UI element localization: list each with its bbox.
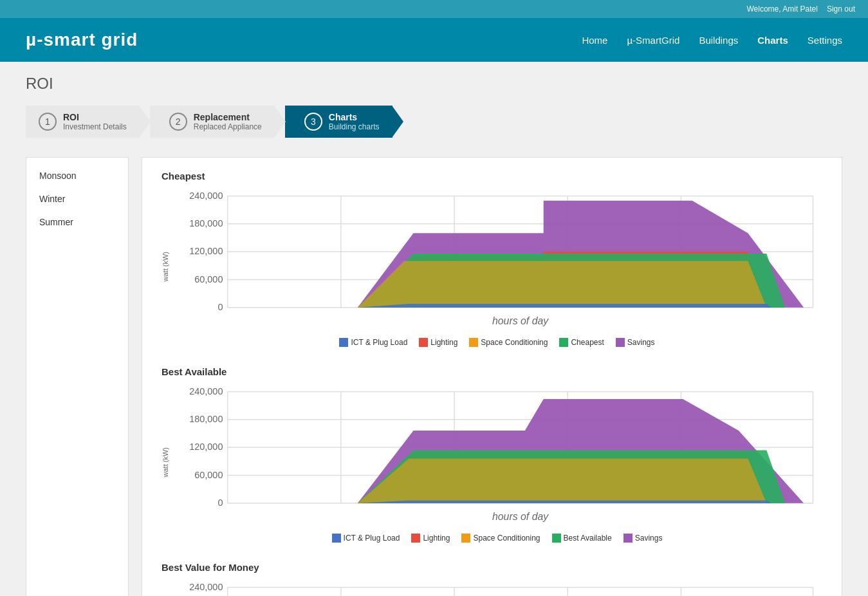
svg-text:60,000: 60,000 — [194, 274, 223, 284]
chart-svg-cheapest: 240,000 180,000 120,000 60,000 0 — [172, 187, 822, 335]
legend-ict-1: ICT & Plug Load — [339, 338, 407, 347]
step-1-subtitle: Investment Details — [63, 122, 127, 131]
step-1-num: 1 — [39, 113, 57, 131]
svg-text:60,000: 60,000 — [194, 470, 223, 480]
svg-text:180,000: 180,000 — [189, 414, 223, 424]
sidebar: Monsoon Winter Summer — [26, 157, 129, 596]
step-1-title: ROI — [63, 112, 127, 122]
content-area: Monsoon Winter Summer Cheapest watt (kW) — [26, 157, 842, 596]
chart-cheapest-title: Cheapest — [162, 171, 822, 182]
header: µ-smart grid Home µ-SmartGrid Buildings … — [0, 18, 868, 62]
sidebar-item-monsoon[interactable]: Monsoon — [26, 164, 128, 187]
legend-cheapest-label: Cheapest — [559, 338, 604, 347]
stepper: 1 ROI Investment Details 2 Replacement R… — [26, 106, 842, 138]
chart-cheapest: Cheapest watt (kW) — [162, 171, 822, 347]
svg-marker-20 — [358, 304, 771, 308]
charts-area: Cheapest watt (kW) — [142, 157, 842, 596]
legend-best-available: ICT & Plug Load Lighting Space Condition… — [172, 534, 822, 543]
svg-text:120,000: 120,000 — [189, 442, 223, 452]
chart-best-value-title: Best Value for Money — [162, 562, 822, 573]
legend-savings-1: Savings — [616, 338, 655, 347]
y-axis-label-1: watt (kW) — [162, 252, 169, 281]
step-2-title: Replacement — [194, 112, 262, 122]
svg-marker-41 — [358, 459, 766, 503]
logo: µ-smart grid — [26, 30, 138, 50]
step-2-num: 2 — [169, 113, 187, 131]
nav-charts[interactable]: Charts — [757, 35, 788, 46]
sidebar-item-winter[interactable]: Winter — [26, 187, 128, 210]
y-axis-label-2: watt (kW) — [162, 447, 169, 477]
legend-space-2: Space Conditioning — [461, 534, 540, 543]
svg-text:hours of day: hours of day — [492, 511, 549, 522]
step-arrow-2 — [274, 106, 286, 138]
svg-text:240,000: 240,000 — [189, 582, 223, 592]
welcome-text: Welcome, Amit Patel — [746, 5, 817, 14]
legend-lighting-2: Lighting — [411, 534, 450, 543]
legend-lighting-1: Lighting — [419, 338, 457, 347]
step-2[interactable]: 2 Replacement Replaced Appliance — [150, 106, 275, 138]
page-title: ROI — [26, 75, 842, 93]
step-2-subtitle: Replaced Appliance — [194, 122, 262, 131]
chart-best-available-title: Best Available — [162, 366, 822, 377]
signout-link[interactable]: Sign out — [827, 5, 855, 14]
svg-text:0: 0 — [217, 498, 223, 508]
legend-space-1: Space Conditioning — [469, 338, 548, 347]
svg-text:0: 0 — [217, 302, 223, 312]
legend-best-available-label: Best Available — [552, 534, 612, 543]
step-3-num: 3 — [304, 113, 322, 131]
step-arrow-3 — [392, 106, 403, 138]
main-nav: Home µ-SmartGrid Buildings Charts Settin… — [582, 35, 842, 46]
legend-ict-2: ICT & Plug Load — [332, 534, 400, 543]
step-3[interactable]: 3 Charts Building charts — [285, 106, 392, 138]
page-content: ROI 1 ROI Investment Details 2 Replaceme… — [0, 62, 868, 596]
svg-text:180,000: 180,000 — [189, 218, 223, 228]
step-arrow-1 — [139, 106, 151, 138]
topbar: Welcome, Amit Patel Sign out — [0, 0, 868, 18]
nav-smartgrid[interactable]: µ-SmartGrid — [627, 35, 679, 46]
svg-text:hours of day: hours of day — [492, 315, 549, 326]
nav-home[interactable]: Home — [582, 35, 607, 46]
svg-text:240,000: 240,000 — [189, 386, 223, 396]
chart-svg-best-value: 240,000 180,000 120,000 60,000 0 — [172, 578, 822, 596]
svg-marker-42 — [358, 500, 771, 503]
chart-best-value: Best Value for Money watt (kW) — [162, 562, 822, 596]
chart-best-available: Best Available watt (kW) — [162, 366, 822, 543]
step-1[interactable]: 1 ROI Investment Details — [26, 106, 140, 138]
step-3-subtitle: Building charts — [329, 122, 380, 131]
legend-savings-2: Savings — [623, 534, 663, 543]
chart-svg-best-available: 240,000 180,000 120,000 60,000 0 — [172, 382, 822, 531]
svg-text:120,000: 120,000 — [189, 246, 223, 256]
svg-text:240,000: 240,000 — [189, 191, 223, 201]
legend-cheapest: ICT & Plug Load Lighting Space Condition… — [172, 338, 822, 347]
sidebar-item-summer[interactable]: Summer — [26, 210, 128, 234]
nav-settings[interactable]: Settings — [808, 35, 842, 46]
step-3-title: Charts — [329, 112, 380, 122]
svg-marker-19 — [358, 261, 766, 308]
nav-buildings[interactable]: Buildings — [699, 35, 738, 46]
